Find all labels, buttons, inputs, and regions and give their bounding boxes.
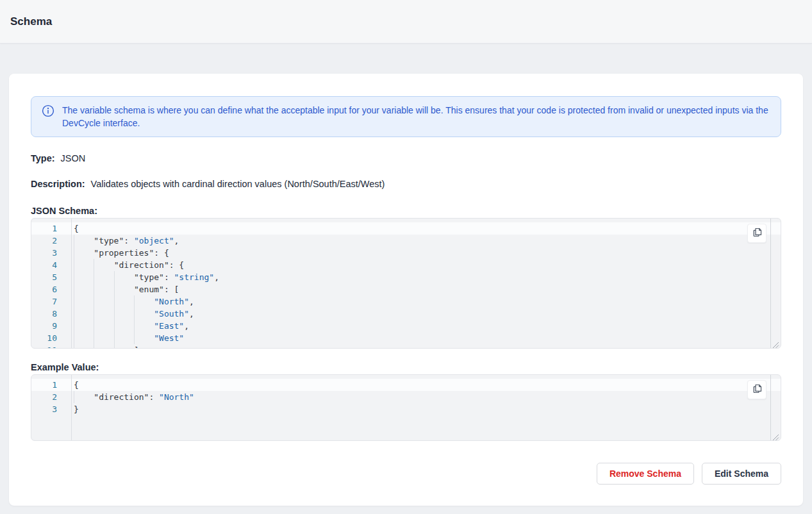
line-number: 6 bbox=[31, 283, 71, 295]
code-line: 4 "direction": { bbox=[31, 259, 781, 271]
description-row: Description:Validates objects with cardi… bbox=[31, 178, 781, 190]
line-number: 1 bbox=[31, 222, 71, 235]
indent-guide bbox=[94, 295, 94, 308]
gutter-divider bbox=[71, 219, 72, 348]
line-number: 2 bbox=[31, 235, 71, 247]
indent-guide bbox=[114, 283, 115, 295]
line-number: 9 bbox=[31, 320, 71, 332]
info-alert-text: The variable schema is where you can def… bbox=[62, 104, 770, 129]
indent-guide bbox=[94, 344, 94, 349]
scrollbar-track[interactable] bbox=[770, 375, 771, 440]
code-text: "type": "object", bbox=[71, 235, 781, 247]
copy-icon bbox=[752, 383, 763, 396]
indent-guide bbox=[134, 320, 135, 332]
code-line: 3 "properties": { bbox=[31, 247, 781, 259]
page-header: Schema bbox=[0, 0, 812, 44]
page-title: Schema bbox=[10, 15, 52, 28]
line-number: 7 bbox=[31, 295, 71, 308]
info-alert: The variable schema is where you can def… bbox=[31, 96, 781, 137]
line-number: 3 bbox=[31, 403, 71, 415]
description-label: Description: bbox=[31, 179, 85, 189]
code-text: } bbox=[71, 403, 781, 415]
indent-guide bbox=[114, 308, 115, 320]
code-text: "East", bbox=[71, 320, 781, 332]
indent-guide bbox=[94, 283, 94, 295]
description-value: Validates objects with cardinal directio… bbox=[91, 179, 385, 189]
code-line: 3} bbox=[31, 403, 781, 415]
code-text: { bbox=[71, 379, 781, 391]
code-text: "type": "string", bbox=[71, 271, 781, 283]
code-line: 2 "type": "object", bbox=[31, 235, 781, 247]
gutter-divider bbox=[71, 375, 72, 440]
line-number: 5 bbox=[31, 271, 71, 283]
code-text: "South", bbox=[71, 308, 781, 320]
line-number: 1 bbox=[31, 379, 71, 391]
indent-guide bbox=[114, 320, 115, 332]
indent-guide bbox=[114, 332, 115, 344]
copy-button[interactable] bbox=[747, 224, 766, 243]
code-line: 8 "South", bbox=[31, 308, 781, 320]
indent-guide bbox=[114, 295, 115, 308]
code-text: "enum": [ bbox=[71, 283, 781, 295]
indent-guide bbox=[74, 332, 74, 344]
type-label: Type: bbox=[31, 153, 55, 163]
remove-schema-button[interactable]: Remove Schema bbox=[597, 463, 694, 485]
code-text: ] bbox=[71, 344, 781, 349]
code-text: "direction": { bbox=[71, 259, 781, 271]
indent-guide bbox=[114, 344, 115, 349]
indent-guide bbox=[74, 259, 74, 271]
code-line: 2 "direction": "North" bbox=[31, 391, 781, 403]
code-line: 11 ] bbox=[31, 344, 781, 349]
indent-guide bbox=[74, 391, 74, 403]
code-line: 7 "North", bbox=[31, 295, 781, 308]
json-schema-label: JSON Schema: bbox=[31, 205, 781, 217]
copy-icon bbox=[752, 227, 763, 240]
code-line: 6 "enum": [ bbox=[31, 283, 781, 295]
indent-guide bbox=[94, 308, 94, 320]
line-number: 8 bbox=[31, 308, 71, 320]
example-value-label: Example Value: bbox=[31, 361, 781, 373]
resize-handle[interactable] bbox=[772, 432, 779, 439]
indent-guide bbox=[74, 344, 74, 349]
indent-guide bbox=[74, 235, 74, 247]
line-number: 3 bbox=[31, 247, 71, 259]
info-circle-icon bbox=[42, 104, 54, 120]
indent-guide bbox=[134, 308, 135, 320]
type-row: Type:JSON bbox=[31, 153, 781, 164]
indent-guide bbox=[94, 332, 94, 344]
code-line: 5 "type": "string", bbox=[31, 271, 781, 283]
schema-card: The variable schema is where you can def… bbox=[9, 74, 803, 506]
code-lines: 1{2 "direction": "North"3} bbox=[31, 375, 781, 415]
edit-schema-button[interactable]: Edit Schema bbox=[702, 463, 781, 485]
resize-handle[interactable] bbox=[772, 340, 779, 347]
indent-guide bbox=[74, 320, 74, 332]
code-line: 1{ bbox=[31, 222, 781, 235]
type-value: JSON bbox=[61, 153, 86, 163]
copy-button[interactable] bbox=[747, 380, 766, 399]
line-number: 10 bbox=[31, 332, 71, 344]
code-text: "West" bbox=[71, 332, 781, 344]
code-line: 9 "East", bbox=[31, 320, 781, 332]
example-value-editor[interactable]: 1{2 "direction": "North"3} bbox=[31, 374, 781, 441]
code-text: "direction": "North" bbox=[71, 391, 781, 403]
line-number: 2 bbox=[31, 391, 71, 403]
indent-guide bbox=[74, 283, 74, 295]
action-buttons: Remove Schema Edit Schema bbox=[31, 463, 781, 485]
indent-guide bbox=[114, 271, 115, 283]
indent-guide bbox=[134, 295, 135, 308]
indent-guide bbox=[94, 259, 94, 271]
indent-guide bbox=[94, 320, 94, 332]
code-text: "properties": { bbox=[71, 247, 781, 259]
scrollbar-track[interactable] bbox=[770, 219, 771, 348]
code-text: "North", bbox=[71, 295, 781, 308]
indent-guide bbox=[74, 247, 74, 259]
code-text: { bbox=[71, 222, 781, 235]
indent-guide bbox=[74, 308, 74, 320]
code-lines: 1{2 "type": "object",3 "properties": {4 … bbox=[31, 219, 781, 349]
code-line: 1{ bbox=[31, 379, 781, 391]
indent-guide bbox=[74, 295, 74, 308]
json-schema-editor[interactable]: 1{2 "type": "object",3 "properties": {4 … bbox=[31, 218, 781, 349]
indent-guide bbox=[74, 271, 74, 283]
indent-guide bbox=[134, 332, 135, 344]
code-line: 10 "West" bbox=[31, 332, 781, 344]
